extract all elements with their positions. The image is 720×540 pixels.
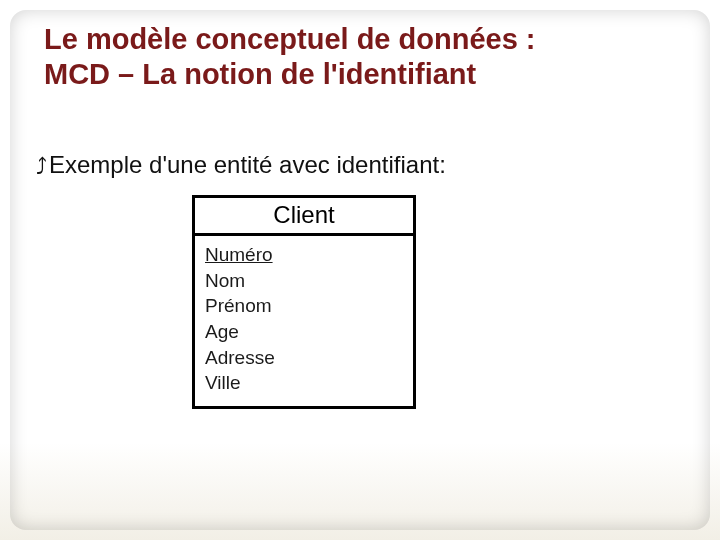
title-line-1: Le modèle conceptuel de données : xyxy=(44,23,536,55)
entity-box: Client NuméroNomPrénomAgeAdresseVille xyxy=(192,195,416,409)
entity-attribute: Adresse xyxy=(205,345,403,371)
entity-attribute: Age xyxy=(205,319,403,345)
slide-title: Le modèle conceptuel de données : MCD – … xyxy=(44,22,690,92)
bullet-item: ⤴Exemple d'une entité avec identifiant: xyxy=(36,150,680,180)
entity-name: Client xyxy=(192,195,416,233)
entity-attribute: Prénom xyxy=(205,293,403,319)
bullet-text: Exemple d'une entité avec identifiant: xyxy=(49,151,446,178)
entity-attribute-identifier: Numéro xyxy=(205,242,403,268)
title-line-2: MCD – La notion de l'identifiant xyxy=(44,58,476,90)
entity-attribute: Ville xyxy=(205,370,403,396)
slide: Le modèle conceptuel de données : MCD – … xyxy=(0,0,720,540)
entity-attributes: NuméroNomPrénomAgeAdresseVille xyxy=(192,233,416,409)
bullet-arrow-icon: ⤴ xyxy=(36,153,47,181)
entity-attribute: Nom xyxy=(205,268,403,294)
